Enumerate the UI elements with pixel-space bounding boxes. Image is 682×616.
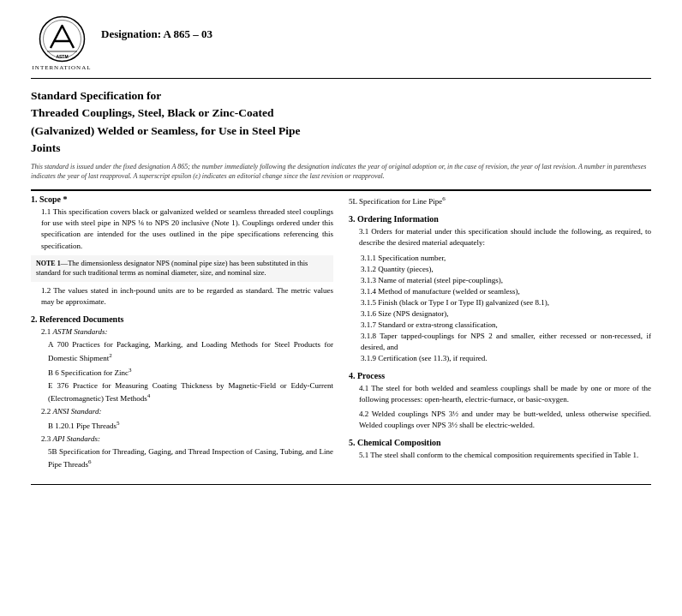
note1-label: NOTE 1 — [36, 260, 61, 267]
ref-b1201: B 1.20.1 Pipe Threads5 — [48, 419, 333, 432]
chem-heading: 5. Chemical Composition — [349, 438, 651, 447]
title-section: Standard Specification for Threaded Coup… — [31, 87, 651, 181]
ref-b1201-sup: 5 — [117, 420, 120, 427]
scope-1-2: 1.2 The values stated in inch-pound unit… — [41, 285, 333, 308]
ref-docs-heading: 2. Referenced Documents — [31, 314, 333, 324]
ordering-heading: 3. Ordering Information — [349, 214, 651, 224]
ref-2-2: 2.2 ANSI Standard: — [41, 406, 333, 417]
chem-5-1: 5.1 The steel shall conform to the chemi… — [359, 450, 651, 461]
ref-astm-label: ASTM Standards: — [53, 327, 108, 336]
italic-notice: This standard is issued under the fixed … — [31, 162, 651, 181]
process-4-1: 4.1 The steel for both welded and seamle… — [359, 383, 651, 405]
ref-b6: B 6 Specification for Zinc3 — [48, 366, 333, 379]
process-4-2: 4.2 Welded couplings NPS 3½ and under ma… — [359, 409, 651, 431]
ordering-3-1-5: 3.1.5 Finish (black or Type I or Type II… — [361, 297, 651, 308]
ordering-3-1: 3.1 Orders for material under this speci… — [359, 226, 651, 248]
ref-5b-sup: 6 — [88, 458, 92, 465]
ordering-3-1-2: 3.1.2 Quantity (pieces), — [361, 264, 651, 275]
ref-api-label: API Standards: — [53, 434, 100, 443]
scope-1-1: 1.1 This specification covers black or g… — [41, 206, 333, 251]
ref-a700-sup: 2 — [109, 352, 112, 359]
ref-ansi-label: ANSI Standard: — [53, 407, 102, 416]
ordering-3-1-9: 3.1.9 Certification (see 11.3), if requi… — [361, 353, 651, 364]
ref-e376-sup: 4 — [147, 392, 151, 399]
designation: Designation: A 865 – 03 — [101, 15, 212, 41]
ordering-3-1-8: 3.1.8 Taper tapped-couplings for NPS 2 a… — [361, 331, 651, 353]
ref-2-3: 2.3 API Standards: — [41, 434, 333, 445]
ordering-3-1-7: 3.1.7 Standard or extra-strong classific… — [361, 320, 651, 331]
two-column-layout: 1. Scope * 1.1 This specification covers… — [31, 194, 651, 472]
note-1: NOTE 1—The dimensionless designator NPS … — [31, 255, 333, 283]
svg-text:ASTM: ASTM — [56, 54, 68, 59]
process-heading: 4. Process — [349, 371, 651, 380]
left-column: 1. Scope * 1.1 This specification covers… — [31, 194, 333, 472]
ordering-3-1-6: 3.1.6 Size (NPS designator), — [361, 308, 651, 320]
page: ASTM INTERNATIONAL Designation: A 865 – … — [0, 0, 682, 616]
note1-text: —The dimensionless designator NPS (nomin… — [36, 259, 308, 278]
ref-2-1: 2.1 ASTM Standards: — [41, 326, 333, 338]
ref-b6-sup: 3 — [129, 367, 132, 374]
header: ASTM INTERNATIONAL Designation: A 865 – … — [31, 15, 651, 79]
right-column: 5L Specification for Line Pipe6 3. Order… — [349, 194, 651, 472]
main-divider — [31, 189, 651, 191]
international-text: INTERNATIONAL — [33, 64, 92, 71]
astm-logo: ASTM — [39, 15, 86, 63]
ref-5l: 5L Specification for Line Pipe6 — [349, 194, 651, 207]
ref-5l-sup: 6 — [442, 195, 446, 202]
ordering-3-1-4: 3.1.4 Method of manufacture (welded or s… — [361, 286, 651, 297]
ref-a700: A 700 Practices for Packaging, Marking, … — [48, 339, 333, 363]
ref-e376: E 376 Practice for Measuring Coating Thi… — [48, 380, 333, 404]
bottom-divider — [31, 484, 651, 485]
ordering-3-1-1: 3.1.1 Specification number, — [361, 253, 651, 264]
ordering-3-1-3: 3.1.3 Name of material (steel pipe-coupl… — [361, 275, 651, 286]
scope-heading: 1. Scope * — [31, 194, 333, 204]
ref-5b: 5B Specification for Threading, Gaging, … — [48, 446, 333, 470]
main-title: Standard Specification for Threaded Coup… — [31, 87, 651, 157]
logo-area: ASTM INTERNATIONAL — [31, 15, 93, 71]
designation-label: Designation: — [101, 27, 161, 40]
designation-value: A 865 – 03 — [164, 27, 212, 40]
